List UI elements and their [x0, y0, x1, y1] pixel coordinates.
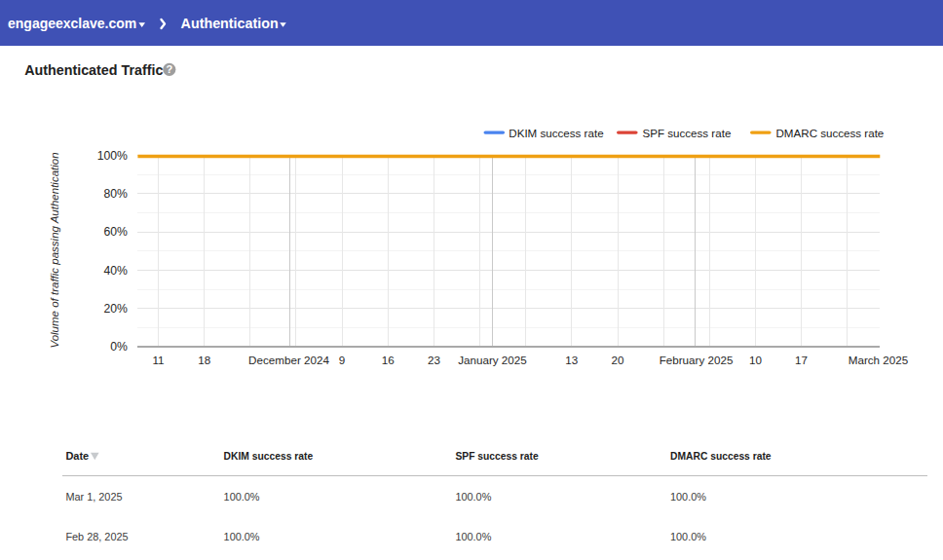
svg-text:100%: 100%: [97, 149, 128, 163]
svg-text:Authenticated Traffic: Authenticated Traffic: [24, 62, 163, 78]
svg-text:40%: 40%: [103, 264, 128, 278]
svg-text:100.0%: 100.0%: [670, 491, 706, 503]
svg-text:Volume of traffic passing Auth: Volume of traffic passing Authentication: [49, 152, 60, 348]
svg-text:0%: 0%: [110, 340, 128, 354]
svg-text:80%: 80%: [103, 187, 128, 201]
svg-text:DMARC success rate: DMARC success rate: [670, 451, 772, 462]
svg-text:100.0%: 100.0%: [670, 531, 706, 542]
svg-text:100.0%: 100.0%: [455, 491, 491, 503]
svg-text:100.0%: 100.0%: [224, 531, 260, 542]
svg-text:16: 16: [382, 354, 395, 366]
svg-text:Feb 28, 2025: Feb 28, 2025: [65, 531, 128, 542]
svg-text:?: ?: [166, 63, 172, 75]
svg-text:10: 10: [749, 354, 762, 366]
svg-text:13: 13: [565, 354, 578, 366]
svg-text:DKIM success rate: DKIM success rate: [509, 127, 603, 139]
svg-text:SPF success rate: SPF success rate: [643, 127, 732, 139]
svg-text:February 2025: February 2025: [660, 354, 734, 366]
svg-text:SPF success rate: SPF success rate: [455, 451, 539, 462]
svg-text:100.0%: 100.0%: [455, 531, 491, 542]
svg-text:11: 11: [152, 354, 164, 366]
svg-text:9: 9: [339, 354, 345, 366]
svg-text:January 2025: January 2025: [458, 354, 527, 366]
svg-text:20: 20: [612, 354, 624, 366]
svg-text:Authentication: Authentication: [181, 16, 279, 31]
svg-text:DKIM success rate: DKIM success rate: [224, 451, 314, 462]
svg-text:17: 17: [795, 354, 808, 366]
svg-text:Mar 1, 2025: Mar 1, 2025: [65, 491, 122, 503]
svg-text:engageexclave.com: engageexclave.com: [8, 16, 136, 31]
svg-text:23: 23: [428, 354, 440, 366]
svg-text:Date: Date: [65, 450, 89, 462]
svg-text:DMARC success rate: DMARC success rate: [776, 127, 885, 139]
svg-text:100.0%: 100.0%: [224, 491, 260, 503]
svg-text:18: 18: [198, 354, 210, 366]
svg-text:December 2024: December 2024: [248, 354, 329, 366]
svg-text:60%: 60%: [103, 225, 128, 239]
svg-text:March 2025: March 2025: [849, 354, 908, 366]
svg-text:20%: 20%: [103, 302, 128, 316]
